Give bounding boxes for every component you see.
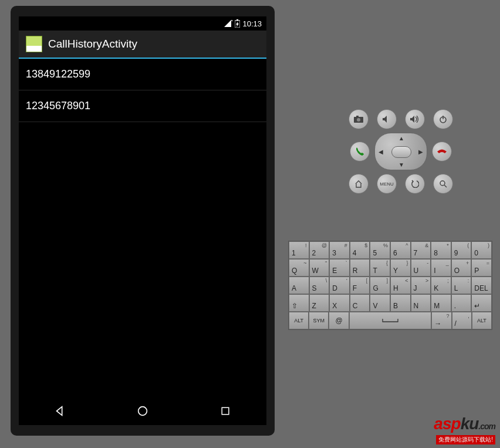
key-f[interactable]: F[ xyxy=(350,277,370,294)
key-x[interactable]: X xyxy=(329,294,350,312)
key-y[interactable]: Y} xyxy=(390,259,411,277)
dpad[interactable]: ▲ ▼ ◀ ▶ xyxy=(374,133,427,170)
back-button[interactable] xyxy=(405,174,425,194)
key-slash-label: / xyxy=(455,319,457,328)
watermark: aspku.com 免费网站源码下载站! xyxy=(434,415,495,444)
key-main-label: E xyxy=(332,267,337,275)
key-k[interactable]: K; xyxy=(431,277,451,294)
key-alt-right[interactable]: ALT xyxy=(472,312,492,329)
key-v[interactable]: V xyxy=(370,294,390,312)
key-slash[interactable]: /, xyxy=(452,312,472,329)
home-button[interactable] xyxy=(349,174,369,194)
key-⇧[interactable]: ⇧ xyxy=(289,294,309,312)
key-main-label: A xyxy=(292,284,296,292)
key-↵[interactable]: ↵ xyxy=(471,294,492,312)
key-main-label: F xyxy=(353,284,357,292)
end-call-button[interactable] xyxy=(432,142,452,161)
dpad-up-icon[interactable]: ▲ xyxy=(398,135,404,142)
nav-recent-button[interactable] xyxy=(216,402,235,420)
key-alt-label: @ xyxy=(322,242,327,248)
key-main-label: R xyxy=(353,267,358,275)
key-m[interactable]: M xyxy=(431,294,451,312)
dpad-right-icon[interactable]: ▶ xyxy=(418,149,423,155)
key-7[interactable]: 7& xyxy=(411,241,431,259)
call-button[interactable] xyxy=(350,142,370,161)
key-alt-label: * xyxy=(447,242,449,248)
key-main-label: 7 xyxy=(414,249,418,257)
key-j[interactable]: J> xyxy=(411,277,431,294)
key-1[interactable]: 1! xyxy=(289,241,309,259)
menu-button[interactable]: MENU xyxy=(377,174,397,194)
key-alt-label: " xyxy=(325,260,327,266)
key-q[interactable]: Q~ xyxy=(289,259,309,277)
key-6[interactable]: 6^ xyxy=(390,241,411,259)
search-button[interactable] xyxy=(433,174,453,194)
key-3[interactable]: 3# xyxy=(329,241,350,259)
key-arrow-alt: ? xyxy=(447,313,450,319)
key-slash-alt: , xyxy=(468,313,469,319)
key-arrow[interactable]: →? xyxy=(431,312,451,329)
key-main-label: G xyxy=(373,284,378,292)
key-8[interactable]: 8* xyxy=(431,241,451,259)
key-4[interactable]: 4$ xyxy=(350,241,370,259)
key-o[interactable]: O+ xyxy=(451,259,472,277)
volume-down-button[interactable] xyxy=(377,109,397,129)
list-item[interactable]: 12345678901 xyxy=(19,90,266,122)
key-i[interactable]: I_ xyxy=(431,259,451,277)
nav-home-button[interactable] xyxy=(133,402,152,420)
camera-button[interactable] xyxy=(349,109,369,129)
key-main-label: S xyxy=(312,284,317,292)
key-g[interactable]: G] xyxy=(370,277,390,294)
key-alt-label: { xyxy=(386,260,388,266)
key-c[interactable]: C xyxy=(350,294,370,312)
key-z[interactable]: Z xyxy=(309,294,330,312)
dpad-down-icon[interactable]: ▼ xyxy=(398,161,404,168)
key-alt-label: > xyxy=(425,278,428,284)
key-space[interactable] xyxy=(349,312,432,329)
power-button[interactable] xyxy=(433,109,453,129)
list-item[interactable]: 13849122599 xyxy=(19,59,266,90)
key-.[interactable]: . xyxy=(451,294,472,312)
call-history-list[interactable]: 13849122599 12345678901 xyxy=(19,59,266,397)
key-alt-label: ; xyxy=(447,278,449,284)
key-a[interactable]: A xyxy=(289,277,309,294)
key-p[interactable]: P= xyxy=(471,259,492,277)
key-del[interactable]: DEL xyxy=(471,277,492,294)
watermark-tagline: 免费网站源码下载站! xyxy=(436,435,495,444)
key-b[interactable]: B xyxy=(390,294,411,312)
key-l[interactable]: L: xyxy=(451,277,472,294)
key-alt-label: [ xyxy=(366,278,368,284)
battery-icon xyxy=(235,19,240,28)
key-e[interactable]: E` xyxy=(329,259,350,277)
dpad-left-icon[interactable]: ◀ xyxy=(379,149,383,155)
key-main-label: L xyxy=(454,284,458,292)
key-r[interactable]: R xyxy=(350,259,370,277)
call-number: 13849122599 xyxy=(26,68,90,80)
key-d[interactable]: D' xyxy=(329,277,350,294)
key-h[interactable]: H< xyxy=(390,277,411,294)
phone-screen: 10:13 CallHistoryActivity 13849122599 12… xyxy=(19,16,266,425)
key-t[interactable]: T{ xyxy=(370,259,390,277)
dpad-center-button[interactable] xyxy=(391,146,411,158)
key-alt-label: - xyxy=(427,260,428,266)
key-main-label: 8 xyxy=(434,249,438,257)
key-n[interactable]: N xyxy=(411,294,431,312)
key-w[interactable]: W" xyxy=(309,259,330,277)
key-5[interactable]: 5% xyxy=(370,241,390,259)
key-9[interactable]: 9( xyxy=(451,241,472,259)
key-at[interactable]: @ xyxy=(329,312,349,329)
key-alt-label: < xyxy=(405,278,408,284)
key-alt-left[interactable]: ALT xyxy=(289,312,309,329)
key-alt-label: $ xyxy=(364,242,367,248)
key-main-label: H xyxy=(393,284,398,292)
nav-back-button[interactable] xyxy=(50,402,69,420)
key-alt-label: \ xyxy=(326,278,327,284)
key-sym[interactable]: SYM xyxy=(309,312,329,329)
key-u[interactable]: U- xyxy=(411,259,431,277)
volume-up-button[interactable] xyxy=(405,109,425,129)
key-2[interactable]: 2@ xyxy=(309,241,330,259)
key-s[interactable]: S\ xyxy=(309,277,330,294)
key-0[interactable]: 0) xyxy=(471,241,492,259)
emulator-side-panel: ▲ ▼ ◀ ▶ MENU 1!2@3#4$5%6^7&8*9(0) Q~W"E`… xyxy=(281,0,500,448)
key-main-label: P xyxy=(474,267,479,275)
